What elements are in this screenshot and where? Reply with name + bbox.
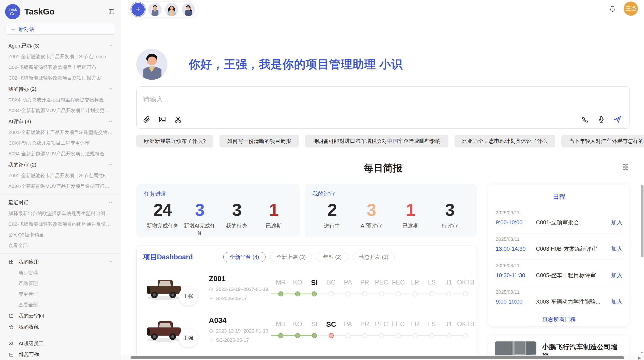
group-label: AI评审 (3) xyxy=(8,118,108,125)
suggestion-chip[interactable]: 比亚迪全固态电池计划具体说了什么 xyxy=(455,135,555,147)
new-chat-button[interactable]: ＋ 新对话 xyxy=(6,24,115,35)
sidebar-task-item[interactable]: C0X4-动力总成开发项目工程变更评审 xyxy=(0,138,121,148)
user-avatar[interactable]: 王强 xyxy=(624,2,638,16)
sidebar-task-item[interactable]: C02-飞腾新能源轻客改款项目立项汇报方案 xyxy=(0,73,121,83)
scroll-down-arrow-icon[interactable]: ▼ xyxy=(640,351,643,354)
write-icon xyxy=(8,352,14,357)
chevron-up-icon xyxy=(108,162,113,167)
sidebar-task-item[interactable]: A034-全新新能源MUV产品开发项目造型可行性评审 xyxy=(0,181,121,192)
metric: 24新增完成任务 xyxy=(144,200,181,236)
send-icon[interactable] xyxy=(613,115,622,124)
metric-label: 新增完成任务 xyxy=(144,222,181,229)
dashboard-tab[interactable]: 全新平台 (4) xyxy=(223,252,266,262)
message-composer[interactable]: 请输入... xyxy=(136,86,630,129)
phone-call-icon[interactable] xyxy=(581,115,589,124)
schedule-date: 2025/03/11 xyxy=(496,210,622,216)
schedule-item: 2025/03/11 10:30-11:30 C005-整车工程目标评审 加入 xyxy=(496,260,622,286)
composer-tools-right xyxy=(581,115,622,124)
sidebar-task-item[interactable]: A034-全新新能源MUV产品开发项目计划变更表编写 xyxy=(0,105,121,116)
milestone-dot-pr xyxy=(362,333,367,338)
join-meeting-link[interactable]: 加入 xyxy=(611,245,622,253)
sidebar-task-item[interactable]: Z001-全新燃油轻卡产品开发项目SI节点属性5D文件评审 xyxy=(0,170,121,181)
sidebar-item-my-apps[interactable]: 我的应用 xyxy=(0,256,121,267)
horizontal-scrollbar[interactable]: ▶ xyxy=(121,355,644,360)
milestone-label-ko: KO xyxy=(289,279,306,287)
divider xyxy=(0,253,121,254)
milestone-label-j1: J1 xyxy=(440,279,457,287)
milestone-dot-oktb xyxy=(463,291,468,296)
sidebar-group-header[interactable]: 我的待办 (2) xyxy=(0,83,121,95)
milestone-label-si: SI xyxy=(306,320,323,328)
vertical-scrollbar-thumb[interactable] xyxy=(641,185,643,257)
layout-grid-icon[interactable] xyxy=(622,163,629,171)
milestone-label-pec: PEC xyxy=(373,320,390,328)
metric-label: 进行中 xyxy=(312,222,352,229)
dashboard-title: 项目Dashboard xyxy=(143,252,193,262)
logo-line1: Task xyxy=(9,7,17,12)
dashboard-tabs: 全新平台 (4)全新上装 (3)年型 (2)动总开发 (1) xyxy=(223,252,395,262)
milestone-dot-ls xyxy=(429,291,434,296)
suggestion-chip[interactable]: 欧洲新规最近颁布了什么? xyxy=(136,135,213,147)
sidebar-item-star-icon[interactable]: 我的收藏 xyxy=(0,321,121,333)
sidebar-collapse-icon[interactable] xyxy=(108,8,115,15)
sidebar-group-header[interactable]: 我的评审 (2) xyxy=(0,159,121,170)
dashboard-tab[interactable]: 年型 (2) xyxy=(317,252,348,262)
sidebar-item-users-icon[interactable]: AI超级员工 xyxy=(0,338,121,349)
join-meeting-link[interactable]: 加入 xyxy=(611,298,622,306)
agent-avatar-2[interactable] xyxy=(165,3,178,16)
sidebar-task-item[interactable]: A034-全新新能源MUV产品开发项目法规符合性评审 xyxy=(0,148,121,159)
sidebar-group-header[interactable]: AI评审 (3) xyxy=(0,116,121,127)
metric-label: 新增AI完成任务 xyxy=(181,222,218,236)
milestone-label-sc: SC xyxy=(323,279,340,287)
dashboard-tab[interactable]: 动总开发 (1) xyxy=(353,252,395,262)
app-subitem[interactable]: 变更管理 xyxy=(0,289,121,299)
scissors-icon[interactable] xyxy=(174,115,182,124)
app-subitem[interactable]: 查看全部... xyxy=(0,299,121,310)
dashboard-tab[interactable]: 全新上装 (3) xyxy=(270,252,312,262)
recent-chat-item[interactable]: 查看全部... xyxy=(0,240,121,251)
agent-avatar-1[interactable] xyxy=(148,3,162,16)
agent-pill: + xyxy=(128,1,198,17)
sidebar-item-cloud-folder-icon[interactable]: 我的云空间 xyxy=(0,310,121,321)
suggestion-chip[interactable]: 如何写一份清晰的项目周报 xyxy=(219,135,299,147)
image-icon[interactable] xyxy=(158,115,167,124)
project-owner-badge: 王强 xyxy=(179,328,198,347)
logo-line2: Go xyxy=(10,12,15,16)
project-dashboard-card: 项目Dashboard 全新平台 (4)全新上装 (3)年型 (2)动总开发 (… xyxy=(136,246,477,360)
scroll-right-arrow-icon[interactable]: ▶ xyxy=(638,356,641,360)
view-all-schedule-link[interactable]: 查看所有日程 xyxy=(496,313,622,327)
sidebar-group-header[interactable]: Agent已办 (3) xyxy=(0,40,121,51)
recent-chat-item[interactable]: 解释最新出台的欧盟报废车法规再生塑料比例被调至15%... xyxy=(0,208,121,219)
sidebar-task-item[interactable]: Z001-全新燃油皮卡产品开发项目SI节点Lesson Learn报告 xyxy=(0,51,121,62)
app-subitem[interactable]: 项目管理 xyxy=(0,267,121,278)
microphone-icon[interactable] xyxy=(597,115,606,124)
metric-value: 1 xyxy=(255,200,292,220)
topbar: + xyxy=(121,0,644,18)
milestone-dot-pr xyxy=(362,291,367,296)
suggestion-chip[interactable]: 特朗普可能对进口汽车增税会对中国车企造成哪些影响 xyxy=(305,135,448,147)
recent-chat-item[interactable]: 公司Q3轻卡销量 xyxy=(0,230,121,240)
recent-chat-item[interactable]: C02-飞腾新能源轻客改款项目的闭环通告反馈情况 xyxy=(0,219,121,230)
sidebar-section-recent[interactable]: 最近对话 xyxy=(0,197,121,208)
metric: 1已逾期 xyxy=(255,200,292,236)
join-meeting-link[interactable]: 加入 xyxy=(611,219,622,226)
milestone-dot-si xyxy=(312,333,317,338)
milestone-dot-pec xyxy=(379,333,384,338)
milestone-label-ko: KO xyxy=(289,320,306,328)
sidebar-task-item[interactable]: C0X4-动力总成开发项目SI里程碑提交物检查 xyxy=(0,95,121,105)
horizontal-scrollbar-thumb[interactable] xyxy=(130,356,624,359)
add-agent-button[interactable]: + xyxy=(131,3,145,16)
sidebar-task-item[interactable]: Z001-全新燃油轻卡产品开发项目SI造型提交物评审 xyxy=(0,127,121,138)
clock-icon xyxy=(209,287,213,292)
milestone-dot-lr xyxy=(413,291,418,296)
suggestion-chip[interactable]: 当下年轻人对汽车外观有怎样的喜好趋势 xyxy=(561,135,644,147)
notification-bell-icon[interactable] xyxy=(609,5,616,12)
agent-avatar-3[interactable] xyxy=(182,3,195,16)
sidebar-item-write-icon[interactable]: 帮我写作 xyxy=(0,349,121,360)
app-subitem[interactable]: 产品管理 xyxy=(0,278,121,289)
milestone-label-pa: PA xyxy=(340,320,356,328)
sidebar-task-item[interactable]: C02-飞腾新能源轻客改款项目里程碑画布 xyxy=(0,62,121,73)
attachment-icon[interactable] xyxy=(142,115,151,124)
flag-icon xyxy=(209,338,213,342)
join-meeting-link[interactable]: 加入 xyxy=(611,272,622,279)
